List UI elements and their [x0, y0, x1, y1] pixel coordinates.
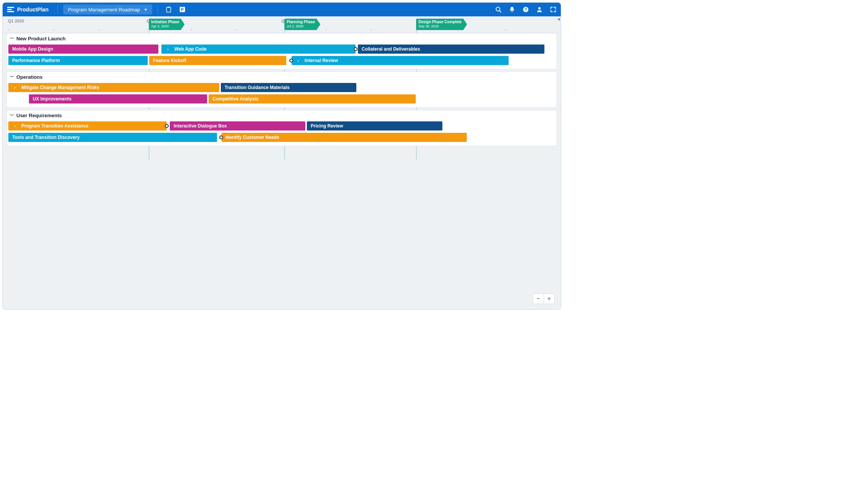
lane-header[interactable]: ﹀Operations	[7, 72, 557, 82]
svg-point-12	[538, 7, 541, 10]
dependency-node-icon[interactable]	[289, 59, 293, 62]
lane-header[interactable]: ﹀User Requirements	[7, 110, 557, 121]
lane-row: ›Mitigate Change Management RisksTransit…	[7, 83, 557, 94]
svg-text:P: P	[181, 7, 183, 12]
lane-group: ﹀User Requirements›Program Transition As…	[6, 110, 557, 146]
lane-row: Tools and Transition DiscoveryIdentify C…	[7, 133, 557, 143]
lane-row: Performance PlatformFeature Kickoff›Inte…	[7, 56, 557, 67]
lane-title: New Product Launch	[16, 36, 65, 41]
month-tick: •	[505, 28, 506, 30]
brand[interactable]: ProductPlan	[5, 3, 52, 16]
month-tick: •	[53, 28, 53, 30]
roadmap-bar[interactable]: Interactive Dialogue Box	[170, 121, 305, 131]
roadmap-bar[interactable]: UX Improvements	[29, 94, 207, 104]
bell-icon[interactable]	[507, 4, 517, 15]
timeline-header: ◀ Q1 2020Q2Q3Q4••••••••••••Initiation Ph…	[3, 16, 561, 33]
roadmap-bar[interactable]: Competitive Analysis	[209, 94, 416, 104]
chevron-right-icon[interactable]: ›	[295, 58, 301, 63]
quarter-label: Q1 2020	[8, 19, 24, 23]
roadmap-bar[interactable]: ›Web App Code	[161, 45, 356, 54]
roadmap-bar[interactable]: ›Program Transition Assistance	[8, 121, 167, 131]
divider	[57, 5, 58, 14]
svg-text:?: ?	[525, 7, 527, 12]
divider	[158, 5, 158, 14]
roadmap-bar[interactable]: Mobile App Design	[8, 45, 158, 54]
lane-title: Operations	[16, 74, 43, 80]
roadmap-body: ﹀New Product LaunchMobile App Design›Web…	[3, 33, 561, 146]
dependency-node-icon[interactable]	[219, 135, 223, 139]
milestone-title: Planning Phase	[287, 20, 315, 24]
chevron-right-icon[interactable]: ›	[165, 46, 171, 52]
bar-label: Identify Customer Needs	[225, 135, 279, 140]
milestone-title: Design Phase Complete	[418, 20, 462, 24]
milestone-flag[interactable]: Initiation PhaseApr 2, 2020	[149, 19, 185, 30]
roadmap-bar[interactable]: Collateral and Deliverables	[358, 45, 544, 54]
zoom-in-button[interactable]: +	[544, 294, 554, 304]
lane-row: Mobile App Design›Web App CodeCollateral…	[7, 45, 557, 55]
search-icon[interactable]	[493, 4, 504, 15]
bar-label: Mobile App Design	[12, 46, 53, 52]
clipboard-icon[interactable]	[163, 4, 174, 15]
zoom-out-button[interactable]: −	[533, 294, 544, 304]
brand-logo-icon	[7, 7, 14, 12]
milestone-date: Sep 30, 2020	[418, 24, 462, 28]
bar-label: Pricing Review	[311, 123, 343, 129]
month-tick: •	[8, 28, 8, 30]
help-icon[interactable]: ?	[520, 4, 531, 15]
roadmap-bar[interactable]: Performance Platform	[8, 56, 148, 65]
bar-label: Program Transition Assistance	[21, 123, 88, 129]
dependency-node-icon[interactable]	[354, 47, 357, 51]
lane-row: UX ImprovementsCompetitive Analysis	[7, 94, 557, 105]
month-tick: •	[370, 28, 371, 30]
bar-label: Collateral and Deliverables	[362, 46, 420, 52]
bar-label: UX Improvements	[33, 96, 72, 102]
chevron-down-icon: ﹀	[10, 113, 14, 118]
bar-label: Mitigate Change Management Risks	[21, 85, 99, 90]
lane-group: ﹀New Product LaunchMobile App Design›Web…	[6, 33, 557, 69]
fullscreen-icon[interactable]	[548, 4, 558, 15]
chevron-right-icon[interactable]: ›	[12, 85, 18, 90]
roadmap-bar[interactable]: Transition Guidance Materials	[221, 83, 356, 92]
roadmap-bar[interactable]: ›Mitigate Change Management Risks	[8, 83, 219, 92]
milestone-title: Initiation Phase	[151, 20, 179, 24]
chevron-right-icon[interactable]: ›	[12, 123, 18, 129]
month-tick: •	[191, 28, 191, 30]
svg-rect-2	[7, 11, 14, 12]
lane-row: ›Program Transition AssistanceInteractiv…	[7, 121, 557, 132]
month-tick: •	[281, 28, 282, 30]
svg-point-9	[511, 11, 512, 12]
bar-label: Tools and Transition Discovery	[12, 135, 80, 140]
lane-title: User Requirements	[16, 113, 62, 118]
svg-line-8	[499, 11, 501, 12]
brand-name: ProductPlan	[17, 6, 48, 13]
chevron-down-icon: ▼	[144, 8, 148, 12]
bar-label: Interactive Dialogue Box	[174, 123, 227, 129]
roadmap-selector[interactable]: Program Management Roadmap ▼	[63, 5, 152, 14]
bar-label: Performance Platform	[12, 58, 60, 63]
roadmap-bar[interactable]: Feature Kickoff	[149, 56, 286, 65]
bar-label: Internal Review	[305, 58, 338, 63]
month-tick: •	[236, 28, 236, 30]
topbar: ProductPlan Program Management Roadmap ▼…	[3, 3, 561, 16]
roadmap-bar[interactable]: ›Internal Review	[292, 56, 509, 65]
collapse-panel-icon[interactable]: ◀	[556, 16, 561, 22]
bar-label: Transition Guidance Materials	[225, 85, 290, 90]
zoom-controls: − +	[533, 293, 555, 304]
milestone-date: Apr 2, 2020	[151, 24, 179, 28]
parking-icon[interactable]: P	[177, 4, 188, 15]
roadmap-bar[interactable]: Tools and Transition Discovery	[8, 133, 217, 142]
bar-label: Competitive Analysis	[212, 96, 258, 102]
milestone-flag[interactable]: Planning PhaseJul 2, 2020	[284, 19, 320, 30]
svg-rect-1	[7, 9, 12, 10]
dependency-node-icon[interactable]	[165, 124, 169, 128]
roadmap-bar[interactable]: Pricing Review	[307, 121, 442, 131]
chevron-down-icon: ﹀	[10, 74, 14, 80]
chevron-down-icon: ﹀	[10, 36, 14, 41]
user-icon[interactable]	[534, 4, 545, 15]
milestone-flag[interactable]: Design Phase CompleteSep 30, 2020	[416, 19, 467, 30]
bar-label: Web App Code	[174, 46, 207, 52]
milestone-date: Jul 2, 2020	[287, 24, 315, 28]
roadmap-bar[interactable]: Identify Customer Needs	[222, 133, 467, 142]
lane-header[interactable]: ﹀New Product Launch	[7, 33, 557, 44]
svg-rect-4	[168, 7, 169, 8]
